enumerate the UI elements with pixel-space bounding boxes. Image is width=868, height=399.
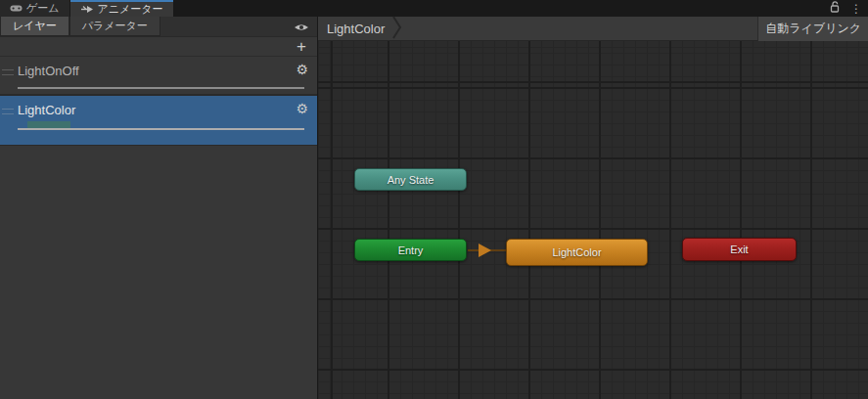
animator-icon — [80, 5, 94, 14]
tab-game[interactable]: ゲーム — [0, 0, 70, 17]
layer-row-lightcolor[interactable]: LightColor ⚙ — [0, 96, 317, 146]
breadcrumb-label: LightColor — [327, 22, 385, 36]
state-machine-canvas[interactable]: Any State Entry LightColor Exit — [318, 41, 868, 399]
tab-parameters-label: パラメーター — [82, 19, 148, 33]
state-node-entry[interactable]: Entry — [354, 239, 467, 261]
layer-list-header: + — [0, 37, 317, 57]
breadcrumb-bar: LightColor 自動ライブリンク — [318, 17, 868, 41]
layers-panel: レイヤー パラメーター + LightOnOff ⚙ — [0, 17, 318, 399]
unlock-icon[interactable] — [830, 1, 841, 16]
layer-settings-gear-icon[interactable]: ⚙ — [296, 63, 308, 76]
state-node-label: Entry — [398, 244, 424, 256]
tab-animator-label: アニメーター — [98, 2, 163, 17]
transition-arrowhead-icon[interactable] — [479, 244, 491, 257]
layer-name: LightColor — [18, 103, 75, 117]
tab-layers[interactable]: レイヤー — [0, 17, 69, 36]
state-node-any-state[interactable]: Any State — [354, 168, 467, 191]
auto-live-link-button[interactable]: 自動ライブリンク — [757, 17, 868, 41]
tab-animator[interactable]: アニメーター — [70, 0, 173, 17]
state-node-label: Any State — [388, 174, 434, 186]
window-tab-bar: ゲーム アニメーター ⋮ — [0, 0, 868, 17]
gamepad-icon — [10, 4, 23, 13]
window-controls: ⋮ — [830, 0, 862, 17]
layer-settings-gear-icon[interactable]: ⚙ — [296, 102, 308, 115]
drag-handle-icon[interactable] — [2, 109, 14, 114]
layer-name: LightOnOff — [18, 64, 79, 78]
layer-weight-slider[interactable] — [18, 128, 304, 130]
eye-icon[interactable] — [294, 22, 309, 35]
animator-window: ゲーム アニメーター ⋮ レイヤー パラメーター — [0, 0, 868, 399]
layer-row-lightonoff[interactable]: LightOnOff ⚙ — [0, 57, 317, 96]
layer-weight-slider[interactable] — [18, 87, 304, 89]
state-node-lightcolor[interactable]: LightColor — [506, 239, 648, 266]
breadcrumb-chevron-icon — [392, 16, 402, 42]
kebab-menu-icon[interactable]: ⋮ — [850, 3, 862, 15]
drag-handle-icon[interactable] — [2, 69, 14, 75]
tab-game-label: ゲーム — [26, 1, 60, 16]
breadcrumb-lightcolor[interactable]: LightColor — [318, 17, 402, 40]
tab-parameters[interactable]: パラメーター — [69, 17, 160, 36]
layers-parameters-toolbar: レイヤー パラメーター — [0, 17, 317, 37]
tab-layers-label: レイヤー — [13, 19, 57, 33]
state-node-label: Exit — [730, 244, 748, 255]
add-layer-button[interactable]: + — [292, 37, 311, 56]
state-node-label: LightColor — [552, 246, 601, 258]
animator-graph-area: LightColor 自動ライブリンク Any State Entry Lig — [318, 17, 868, 399]
state-node-exit[interactable]: Exit — [682, 238, 797, 261]
